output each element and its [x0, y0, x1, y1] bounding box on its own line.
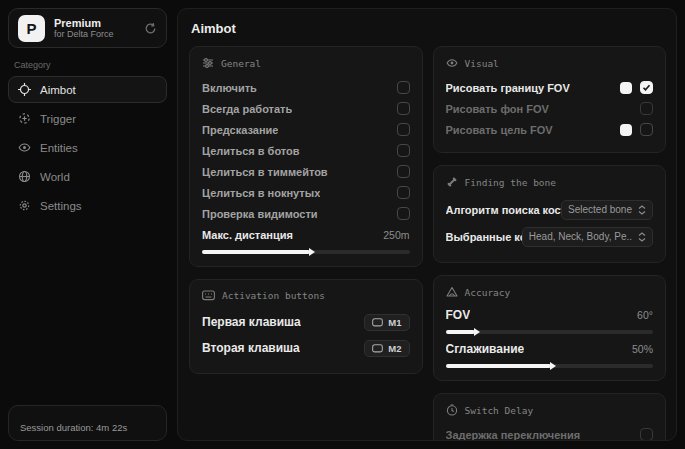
keyboard-icon — [202, 290, 215, 301]
trigger-icon — [18, 112, 31, 125]
setting-row: Рисовать границу FOV — [446, 77, 654, 98]
setting-label: Проверка видимости — [202, 208, 318, 220]
fov-slider[interactable] — [446, 330, 654, 334]
sidebar: P Premium for Delta Force Category Aimbo… — [0, 0, 175, 449]
chevron-up-down-icon — [638, 232, 646, 242]
setting-label: Предсказание — [202, 124, 278, 136]
eye-icon — [446, 57, 458, 69]
sidebar-item-settings[interactable]: Settings — [8, 192, 167, 219]
activation-buttons-card: Activation buttons Первая клавиша M1 Вто… — [189, 279, 423, 374]
checkbox[interactable] — [397, 165, 410, 178]
smoothing-slider-block: Сглаживание 50% — [446, 340, 654, 368]
swatch-checkbox-group — [620, 81, 653, 94]
bone-card-title: Finding the bone — [465, 177, 557, 188]
sidebar-item-trigger[interactable]: Trigger — [8, 105, 167, 132]
slider-label: FOV — [446, 308, 471, 322]
slider-fill — [446, 364, 552, 368]
globe-icon — [18, 170, 31, 183]
sidebar-nav: Aimbot Trigger Entities World Settings — [8, 76, 167, 219]
checkbox[interactable] — [640, 102, 653, 115]
setting-label: Рисовать границу FOV — [446, 82, 570, 94]
swatch-checkbox-group — [620, 123, 653, 136]
selected-bones-select[interactable]: Head, Neck, Body, Pe.. — [522, 227, 653, 247]
main-panel: Aimbot General Включить Всегда работать — [177, 8, 677, 441]
setting-row: Рисовать фон FOV — [446, 98, 654, 119]
clock-icon — [446, 404, 458, 416]
color-swatch[interactable] — [620, 82, 632, 94]
slider-label: Макс. дистанция — [202, 229, 293, 241]
smoothing-slider[interactable] — [446, 364, 654, 368]
entities-icon — [18, 141, 31, 154]
setting-row: Целиться в тиммейтов — [202, 161, 410, 182]
sidebar-item-entities[interactable]: Entities — [8, 134, 167, 161]
setting-label: Всегда работать — [202, 103, 292, 115]
sidebar-item-world[interactable]: World — [8, 163, 167, 190]
switch-delay-card-title: Switch Delay — [465, 405, 534, 416]
setting-row: Всегда работать — [202, 98, 410, 119]
session-duration-text: Session duration: 4m 22s — [20, 422, 127, 433]
setting-label: Рисовать фон FOV — [446, 103, 549, 115]
brand-logo: P — [18, 15, 45, 42]
setting-label: Целиться в тиммейтов — [202, 166, 328, 178]
slider-label-row: FOV 60° — [446, 306, 654, 324]
sidebar-item-label: Aimbot — [40, 84, 76, 96]
left-column: General Включить Всегда работать Предска… — [189, 46, 423, 374]
refresh-icon[interactable] — [144, 22, 157, 35]
sliders-icon — [202, 57, 214, 69]
setting-row: Алгоритм поиска кост Selected bone — [446, 196, 654, 223]
checkbox[interactable] — [640, 81, 653, 94]
visual-card: Visual Рисовать границу FOV Рисовать фон… — [433, 46, 667, 153]
setting-row: Предсказание — [202, 119, 410, 140]
setting-label: Выбранные кос — [446, 231, 522, 243]
mouse-key-icon — [372, 318, 383, 327]
target-icon — [446, 286, 458, 298]
slider-value: 250m — [383, 229, 409, 241]
slider-value: 50% — [632, 343, 653, 355]
right-column: Visual Рисовать границу FOV Рисовать фон… — [433, 46, 667, 441]
setting-row: Целиться в нокнутых — [202, 182, 410, 203]
content-columns: General Включить Всегда работать Предска… — [189, 46, 666, 441]
switch-delay-card: Switch Delay Задержка переключения Задер… — [433, 393, 667, 441]
activation-card-title: Activation buttons — [222, 290, 325, 301]
slider-label-row: Макс. дистанция 250m — [202, 226, 410, 244]
crosshair-icon — [18, 83, 31, 96]
checkbox[interactable] — [397, 102, 410, 115]
checkbox-group — [640, 102, 653, 115]
setting-row: Включить — [202, 77, 410, 98]
bone-algorithm-select[interactable]: Selected bone — [561, 200, 653, 220]
keybind-value: M2 — [388, 343, 401, 354]
setting-row: Выбранные кос Head, Neck, Body, Pe.. — [446, 223, 654, 250]
setting-row: Задержка переключения — [446, 424, 654, 441]
keybind-label: Первая клавиша — [202, 315, 301, 329]
slider-fill — [202, 250, 310, 254]
brand-title: Premium — [54, 17, 135, 30]
checkbox[interactable] — [397, 81, 410, 94]
keybind-button-m1[interactable]: M1 — [364, 314, 409, 331]
accuracy-card-title: Accuracy — [465, 287, 511, 298]
keybind-row: Вторая клавиша M2 — [202, 335, 410, 361]
checkbox[interactable] — [640, 428, 653, 441]
fov-slider-block: FOV 60° — [446, 306, 654, 334]
checkbox[interactable] — [397, 207, 410, 220]
sidebar-item-aimbot[interactable]: Aimbot — [8, 76, 167, 103]
setting-row: Проверка видимости — [202, 203, 410, 224]
sidebar-item-label: Settings — [40, 200, 82, 212]
setting-label: Рисовать цель FOV — [446, 124, 553, 136]
checkbox[interactable] — [640, 123, 653, 136]
checkbox[interactable] — [397, 144, 410, 157]
setting-label: Целиться в ботов — [202, 145, 300, 157]
brand-text: Premium for Delta Force — [54, 17, 135, 40]
keybind-button-m2[interactable]: M2 — [364, 340, 409, 357]
sidebar-item-label: Trigger — [40, 113, 76, 125]
brand-subtitle: for Delta Force — [54, 29, 135, 39]
max-distance-slider[interactable] — [202, 250, 410, 254]
gear-icon — [18, 199, 31, 212]
setting-row: Целиться в ботов — [202, 140, 410, 161]
checkbox[interactable] — [397, 123, 410, 136]
checkbox[interactable] — [397, 186, 410, 199]
max-distance-slider-block: Макс. дистанция 250m — [202, 226, 410, 254]
color-swatch[interactable] — [620, 124, 632, 136]
setting-label: Целиться в нокнутых — [202, 187, 320, 199]
accuracy-card-header: Accuracy — [446, 286, 654, 298]
mouse-key-icon — [372, 344, 383, 353]
